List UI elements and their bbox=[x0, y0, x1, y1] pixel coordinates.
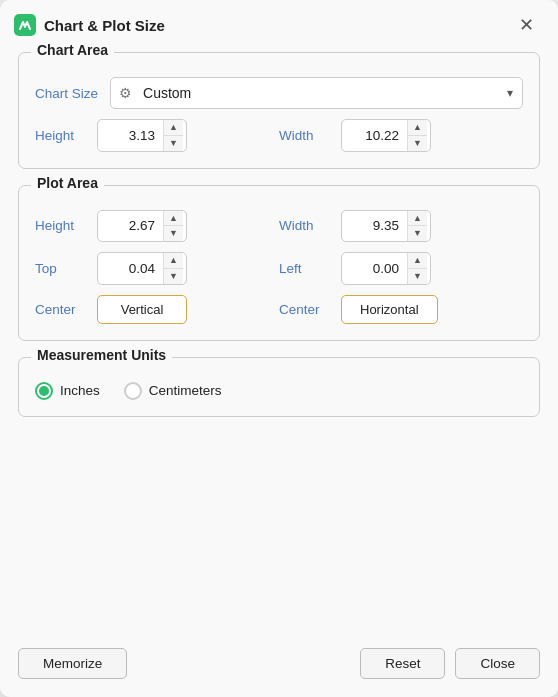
plot-height-up-button[interactable]: ▲ bbox=[164, 211, 183, 227]
dialog: Chart & Plot Size ✕ Chart Area Chart Siz… bbox=[0, 0, 558, 697]
plot-area-section: Plot Area Height ▲ ▼ Width bbox=[18, 185, 540, 341]
chart-width-input[interactable] bbox=[342, 121, 407, 150]
plot-top-up-button[interactable]: ▲ bbox=[164, 253, 183, 269]
chart-size-select-wrapper: ⚙ Custom ▾ bbox=[110, 77, 523, 109]
plot-top-group: Top ▲ ▼ bbox=[35, 252, 279, 285]
chart-area-section: Chart Area Chart Size ⚙ Custom ▾ Height bbox=[18, 52, 540, 169]
chart-height-spinbox-btns: ▲ ▼ bbox=[163, 120, 183, 151]
inches-label: Inches bbox=[60, 383, 100, 398]
plot-left-spinbox: ▲ ▼ bbox=[341, 252, 431, 285]
inches-radio[interactable] bbox=[35, 382, 53, 400]
centimeters-radio[interactable] bbox=[124, 382, 142, 400]
chart-height-spinbox: ▲ ▼ bbox=[97, 119, 187, 152]
plot-height-group: Height ▲ ▼ bbox=[35, 210, 279, 243]
chart-height-input[interactable] bbox=[98, 121, 163, 150]
plot-left-group: Left ▲ ▼ bbox=[279, 252, 523, 285]
plot-left-input[interactable] bbox=[342, 254, 407, 283]
chart-size-row: Chart Size ⚙ Custom ▾ bbox=[35, 77, 523, 109]
plot-width-down-button[interactable]: ▼ bbox=[408, 226, 427, 241]
plot-center-horizontal-label: Center bbox=[279, 302, 333, 317]
chart-size-select[interactable]: Custom bbox=[110, 77, 523, 109]
plot-height-input[interactable] bbox=[98, 211, 163, 240]
centimeters-label: Centimeters bbox=[149, 383, 222, 398]
plot-top-input[interactable] bbox=[98, 254, 163, 283]
footer-right-buttons: Reset Close bbox=[360, 648, 540, 679]
plot-left-label: Left bbox=[279, 261, 333, 276]
chart-height-label: Height bbox=[35, 128, 89, 143]
vertical-center-button[interactable]: Vertical bbox=[97, 295, 187, 324]
chart-height-group: Height ▲ ▼ bbox=[35, 119, 279, 152]
measurement-units-title: Measurement Units bbox=[31, 347, 172, 363]
title-bar: Chart & Plot Size ✕ bbox=[0, 0, 558, 46]
plot-top-down-button[interactable]: ▼ bbox=[164, 269, 183, 284]
plot-top-spinbox-btns: ▲ ▼ bbox=[163, 253, 183, 284]
plot-height-spinbox: ▲ ▼ bbox=[97, 210, 187, 243]
plot-center-vertical-label: Center bbox=[35, 302, 89, 317]
plot-width-up-button[interactable]: ▲ bbox=[408, 211, 427, 227]
plot-left-up-button[interactable]: ▲ bbox=[408, 253, 427, 269]
plot-height-spinbox-btns: ▲ ▼ bbox=[163, 211, 183, 242]
plot-left-spinbox-btns: ▲ ▼ bbox=[407, 253, 427, 284]
measurement-units-section: Measurement Units Inches Centimeters bbox=[18, 357, 540, 417]
chart-width-up-button[interactable]: ▲ bbox=[408, 120, 427, 136]
plot-width-input[interactable] bbox=[342, 211, 407, 240]
chart-hw-row: Height ▲ ▼ Width ▲ bbox=[35, 119, 523, 152]
plot-width-group: Width ▲ ▼ bbox=[279, 210, 523, 243]
memorize-button[interactable]: Memorize bbox=[18, 648, 127, 679]
close-icon[interactable]: ✕ bbox=[513, 14, 540, 36]
plot-hw-row: Height ▲ ▼ Width ▲ bbox=[35, 210, 523, 243]
dialog-footer: Memorize Reset Close bbox=[0, 636, 558, 697]
title-bar-left: Chart & Plot Size bbox=[14, 14, 165, 36]
centimeters-option[interactable]: Centimeters bbox=[124, 382, 222, 400]
plot-center-vertical-group: Center Vertical bbox=[35, 295, 279, 324]
chart-width-spinbox: ▲ ▼ bbox=[341, 119, 431, 152]
horizontal-center-button[interactable]: Horizontal bbox=[341, 295, 438, 324]
plot-left-down-button[interactable]: ▼ bbox=[408, 269, 427, 284]
close-button[interactable]: Close bbox=[455, 648, 540, 679]
chart-width-group: Width ▲ ▼ bbox=[279, 119, 523, 152]
chart-height-up-button[interactable]: ▲ bbox=[164, 120, 183, 136]
plot-width-spinbox: ▲ ▼ bbox=[341, 210, 431, 243]
plot-height-label: Height bbox=[35, 218, 89, 233]
plot-top-spinbox: ▲ ▼ bbox=[97, 252, 187, 285]
plot-center-horizontal-group: Center Horizontal bbox=[279, 295, 523, 324]
plot-width-label: Width bbox=[279, 218, 333, 233]
plot-top-label: Top bbox=[35, 261, 89, 276]
chart-area-title: Chart Area bbox=[31, 42, 114, 58]
dialog-title: Chart & Plot Size bbox=[44, 17, 165, 34]
plot-area-title: Plot Area bbox=[31, 175, 104, 191]
measurement-radio-row: Inches Centimeters bbox=[35, 382, 523, 400]
plot-width-spinbox-btns: ▲ ▼ bbox=[407, 211, 427, 242]
reset-button[interactable]: Reset bbox=[360, 648, 445, 679]
content-area: Chart Area Chart Size ⚙ Custom ▾ Height bbox=[0, 46, 558, 636]
plot-height-down-button[interactable]: ▼ bbox=[164, 226, 183, 241]
chart-width-label: Width bbox=[279, 128, 333, 143]
app-icon bbox=[14, 14, 36, 36]
chart-height-down-button[interactable]: ▼ bbox=[164, 136, 183, 151]
chart-size-label: Chart Size bbox=[35, 86, 98, 101]
inches-option[interactable]: Inches bbox=[35, 382, 100, 400]
plot-tl-row: Top ▲ ▼ Left ▲ ▼ bbox=[35, 252, 523, 285]
chart-width-spinbox-btns: ▲ ▼ bbox=[407, 120, 427, 151]
plot-center-row: Center Vertical Center Horizontal bbox=[35, 295, 523, 324]
chart-width-down-button[interactable]: ▼ bbox=[408, 136, 427, 151]
